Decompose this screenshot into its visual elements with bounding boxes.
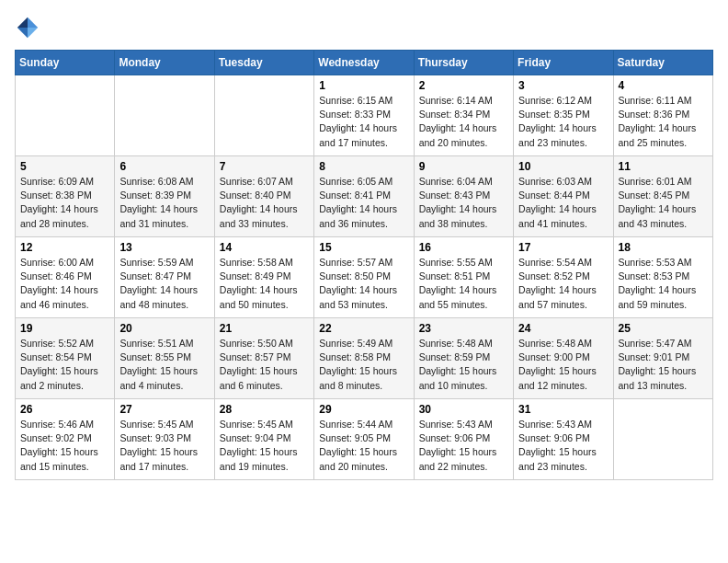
day-number: 30: [419, 403, 508, 416]
calendar-week-row: 19Sunrise: 5:52 AMSunset: 8:54 PMDayligh…: [16, 318, 713, 399]
day-info: Sunrise: 6:03 AMSunset: 8:44 PMDaylight:…: [518, 175, 608, 231]
calendar-cell: 15Sunrise: 5:57 AMSunset: 8:50 PMDayligh…: [314, 237, 414, 318]
col-header-saturday: Saturday: [613, 51, 712, 75]
calendar-cell: 13Sunrise: 5:59 AMSunset: 8:47 PMDayligh…: [115, 237, 214, 318]
day-number: 7: [220, 160, 309, 173]
day-number: 3: [518, 79, 608, 92]
calendar-cell: 3Sunrise: 6:12 AMSunset: 8:35 PMDaylight…: [514, 75, 613, 156]
day-info: Sunrise: 6:15 AMSunset: 8:33 PMDaylight:…: [319, 94, 408, 150]
day-info: Sunrise: 5:55 AMSunset: 8:51 PMDaylight:…: [419, 256, 508, 312]
col-header-monday: Monday: [115, 51, 214, 75]
day-info: Sunrise: 5:48 AMSunset: 8:59 PMDaylight:…: [419, 337, 508, 393]
day-info: Sunrise: 5:54 AMSunset: 8:52 PMDaylight:…: [518, 256, 608, 312]
calendar-cell: 9Sunrise: 6:04 AMSunset: 8:43 PMDaylight…: [414, 156, 513, 237]
day-info: Sunrise: 6:12 AMSunset: 8:35 PMDaylight:…: [518, 94, 608, 150]
calendar-cell: [115, 75, 214, 156]
calendar-week-row: 26Sunrise: 5:46 AMSunset: 9:02 PMDayligh…: [16, 399, 713, 480]
calendar-cell: 23Sunrise: 5:48 AMSunset: 8:59 PMDayligh…: [414, 318, 513, 399]
day-info: Sunrise: 5:46 AMSunset: 9:02 PMDaylight:…: [20, 418, 109, 474]
day-number: 10: [518, 160, 608, 173]
logo-icon: [15, 15, 40, 40]
day-number: 9: [419, 160, 508, 173]
day-number: 21: [220, 322, 309, 335]
day-number: 23: [419, 322, 508, 335]
day-number: 11: [619, 160, 708, 173]
calendar-cell: 19Sunrise: 5:52 AMSunset: 8:54 PMDayligh…: [16, 318, 115, 399]
day-number: 2: [419, 79, 508, 92]
day-info: Sunrise: 5:58 AMSunset: 8:49 PMDaylight:…: [220, 256, 309, 312]
calendar-cell: 25Sunrise: 5:47 AMSunset: 9:01 PMDayligh…: [613, 318, 712, 399]
day-info: Sunrise: 6:14 AMSunset: 8:34 PMDaylight:…: [419, 94, 508, 150]
day-number: 1: [319, 79, 408, 92]
svg-marker-1: [17, 17, 28, 28]
day-info: Sunrise: 6:04 AMSunset: 8:43 PMDaylight:…: [419, 175, 508, 231]
calendar-cell: 21Sunrise: 5:50 AMSunset: 8:57 PMDayligh…: [214, 318, 313, 399]
day-number: 12: [20, 241, 109, 254]
day-number: 27: [119, 403, 209, 416]
day-info: Sunrise: 5:49 AMSunset: 8:58 PMDaylight:…: [319, 337, 408, 393]
calendar-cell: [613, 399, 712, 480]
calendar-cell: 12Sunrise: 6:00 AMSunset: 8:46 PMDayligh…: [16, 237, 115, 318]
day-number: 20: [119, 322, 209, 335]
day-number: 17: [518, 241, 608, 254]
page-header: [15, 15, 713, 40]
col-header-friday: Friday: [514, 51, 613, 75]
day-info: Sunrise: 6:00 AMSunset: 8:46 PMDaylight:…: [20, 256, 109, 312]
calendar-cell: 20Sunrise: 5:51 AMSunset: 8:55 PMDayligh…: [115, 318, 214, 399]
day-number: 29: [319, 403, 408, 416]
calendar-cell: 4Sunrise: 6:11 AMSunset: 8:36 PMDaylight…: [613, 75, 712, 156]
day-info: Sunrise: 6:05 AMSunset: 8:41 PMDaylight:…: [319, 175, 408, 231]
calendar-cell: 11Sunrise: 6:01 AMSunset: 8:45 PMDayligh…: [613, 156, 712, 237]
calendar-cell: 18Sunrise: 5:53 AMSunset: 8:53 PMDayligh…: [613, 237, 712, 318]
day-info: Sunrise: 5:48 AMSunset: 9:00 PMDaylight:…: [518, 337, 608, 393]
day-number: 24: [518, 322, 608, 335]
calendar-cell: 17Sunrise: 5:54 AMSunset: 8:52 PMDayligh…: [514, 237, 613, 318]
day-info: Sunrise: 5:43 AMSunset: 9:06 PMDaylight:…: [419, 418, 508, 474]
calendar-cell: 26Sunrise: 5:46 AMSunset: 9:02 PMDayligh…: [16, 399, 115, 480]
calendar-cell: 10Sunrise: 6:03 AMSunset: 8:44 PMDayligh…: [514, 156, 613, 237]
day-info: Sunrise: 6:11 AMSunset: 8:36 PMDaylight:…: [619, 94, 708, 150]
calendar-cell: 1Sunrise: 6:15 AMSunset: 8:33 PMDaylight…: [314, 75, 414, 156]
day-number: 4: [619, 79, 708, 92]
day-info: Sunrise: 5:57 AMSunset: 8:50 PMDaylight:…: [319, 256, 408, 312]
day-number: 13: [119, 241, 209, 254]
day-number: 6: [119, 160, 209, 173]
day-info: Sunrise: 5:47 AMSunset: 9:01 PMDaylight:…: [619, 337, 708, 393]
day-info: Sunrise: 6:09 AMSunset: 8:38 PMDaylight:…: [20, 175, 109, 231]
calendar-cell: 5Sunrise: 6:09 AMSunset: 8:38 PMDaylight…: [16, 156, 115, 237]
calendar-week-row: 5Sunrise: 6:09 AMSunset: 8:38 PMDaylight…: [16, 156, 713, 237]
day-info: Sunrise: 5:59 AMSunset: 8:47 PMDaylight:…: [119, 256, 209, 312]
calendar-cell: [214, 75, 313, 156]
calendar-cell: 31Sunrise: 5:43 AMSunset: 9:06 PMDayligh…: [514, 399, 613, 480]
day-number: 28: [220, 403, 309, 416]
calendar-cell: 7Sunrise: 6:07 AMSunset: 8:40 PMDaylight…: [214, 156, 313, 237]
day-number: 18: [619, 241, 708, 254]
calendar-cell: 27Sunrise: 5:45 AMSunset: 9:03 PMDayligh…: [115, 399, 214, 480]
calendar-cell: 16Sunrise: 5:55 AMSunset: 8:51 PMDayligh…: [414, 237, 513, 318]
day-info: Sunrise: 5:45 AMSunset: 9:03 PMDaylight:…: [119, 418, 209, 474]
day-number: 8: [319, 160, 408, 173]
day-info: Sunrise: 5:44 AMSunset: 9:05 PMDaylight:…: [319, 418, 408, 474]
day-info: Sunrise: 5:53 AMSunset: 8:53 PMDaylight:…: [619, 256, 708, 312]
day-number: 14: [220, 241, 309, 254]
calendar-cell: 6Sunrise: 6:08 AMSunset: 8:39 PMDaylight…: [115, 156, 214, 237]
day-info: Sunrise: 5:43 AMSunset: 9:06 PMDaylight:…: [518, 418, 608, 474]
day-number: 15: [319, 241, 408, 254]
day-number: 22: [319, 322, 408, 335]
logo: [15, 15, 44, 40]
calendar-cell: 14Sunrise: 5:58 AMSunset: 8:49 PMDayligh…: [214, 237, 313, 318]
col-header-sunday: Sunday: [16, 51, 115, 75]
calendar-cell: 2Sunrise: 6:14 AMSunset: 8:34 PMDaylight…: [414, 75, 513, 156]
day-number: 31: [518, 403, 608, 416]
calendar-cell: 22Sunrise: 5:49 AMSunset: 8:58 PMDayligh…: [314, 318, 414, 399]
svg-marker-2: [17, 28, 28, 38]
day-info: Sunrise: 6:01 AMSunset: 8:45 PMDaylight:…: [619, 175, 708, 231]
calendar-cell: 30Sunrise: 5:43 AMSunset: 9:06 PMDayligh…: [414, 399, 513, 480]
svg-marker-0: [28, 17, 38, 28]
calendar-week-row: 1Sunrise: 6:15 AMSunset: 8:33 PMDaylight…: [16, 75, 713, 156]
day-info: Sunrise: 6:08 AMSunset: 8:39 PMDaylight:…: [119, 175, 209, 231]
calendar-week-row: 12Sunrise: 6:00 AMSunset: 8:46 PMDayligh…: [16, 237, 713, 318]
calendar-cell: [16, 75, 115, 156]
calendar-cell: 8Sunrise: 6:05 AMSunset: 8:41 PMDaylight…: [314, 156, 414, 237]
svg-marker-3: [28, 28, 38, 38]
